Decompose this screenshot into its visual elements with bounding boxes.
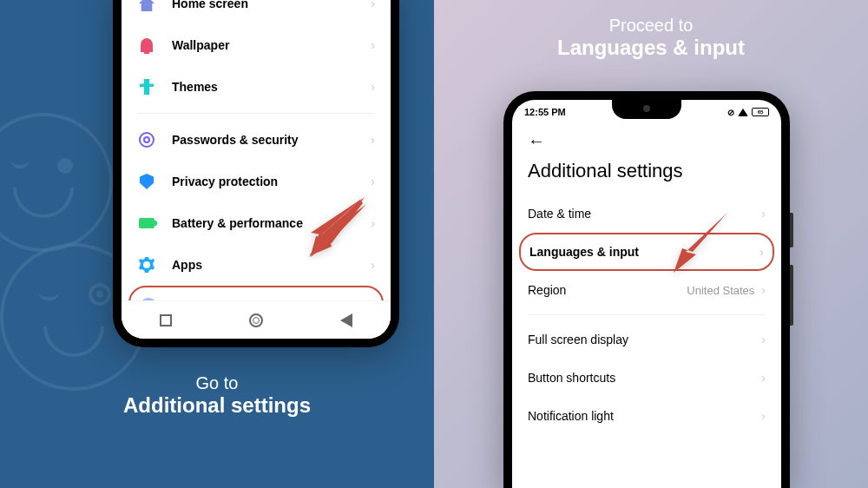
phone-frame-1: Home screen › Wallpaper › Themes › Passw… <box>113 0 399 347</box>
status-icons: ⊘ 65 <box>727 108 769 117</box>
menu-label: Passwords & security <box>172 133 371 147</box>
phone-side-button <box>790 265 793 326</box>
caption-line1: Go to <box>0 373 434 393</box>
nav-back-button[interactable] <box>340 313 352 327</box>
back-row: ← <box>512 124 781 155</box>
chevron-right-icon: › <box>371 0 375 10</box>
annotation-arrow-2 <box>667 208 736 281</box>
security-icon <box>137 130 156 149</box>
caption-line2: Languages & input <box>434 36 868 60</box>
status-time: 12:55 PM <box>524 107 566 117</box>
chevron-right-icon: › <box>760 245 764 259</box>
menu-wallpaper[interactable]: Wallpaper › <box>122 24 391 66</box>
chevron-right-icon: › <box>371 175 375 188</box>
wifi-icon <box>738 109 748 116</box>
menu-label: Full screen display <box>528 333 761 346</box>
caption-line1: Proceed to <box>434 16 868 36</box>
menu-label: Themes <box>172 80 371 94</box>
caption-line2: Additional settings <box>0 393 434 418</box>
chevron-right-icon: › <box>371 38 375 52</box>
menu-label: Region <box>528 283 687 297</box>
menu-home-screen[interactable]: Home screen › <box>122 0 391 24</box>
chevron-right-icon: › <box>761 371 766 385</box>
chevron-right-icon: › <box>761 207 766 221</box>
chevron-right-icon: › <box>761 283 766 297</box>
menu-themes[interactable]: Themes › <box>122 66 391 108</box>
caption-left: Go to Additional settings <box>0 373 434 418</box>
battery-icon <box>137 214 156 233</box>
menu-label: Button shortcuts <box>528 371 761 385</box>
menu-value: United States <box>687 284 754 297</box>
menu-passwords-security[interactable]: Passwords & security › <box>122 119 391 161</box>
page-title: Additional settings <box>512 155 781 195</box>
phone-2-screen: 12:55 PM ⊘ 65 ← Additional settings Date… <box>512 100 781 488</box>
apps-icon <box>137 255 156 274</box>
phone-notch <box>612 100 681 119</box>
divider <box>528 314 766 315</box>
menu-full-screen[interactable]: Full screen display › <box>512 320 781 359</box>
phone-side-button <box>790 213 793 247</box>
caption-right: Proceed to Languages & input <box>434 16 868 60</box>
annotation-arrow-1 <box>304 193 373 266</box>
menu-notification-light[interactable]: Notification light › <box>512 397 781 435</box>
nav-home-button[interactable] <box>249 313 263 327</box>
android-navbar <box>122 300 391 339</box>
nav-recent-button[interactable] <box>160 314 172 326</box>
menu-label: Home screen <box>172 0 371 10</box>
battery-indicator: 65 <box>752 108 769 116</box>
privacy-icon <box>137 172 156 191</box>
chevron-right-icon: › <box>371 80 375 94</box>
menu-label: Privacy protection <box>172 175 371 188</box>
menu-date-time[interactable]: Date & time › <box>512 195 781 233</box>
phone-1-screen: Home screen › Wallpaper › Themes › Passw… <box>122 0 391 339</box>
chevron-right-icon: › <box>761 409 766 423</box>
settings-list-upper: Home screen › Wallpaper › Themes › <box>122 0 391 108</box>
wallpaper-icon <box>137 36 156 55</box>
home-icon <box>137 0 156 13</box>
menu-region[interactable]: Region United States › <box>512 271 781 309</box>
divider <box>137 113 375 114</box>
phone-frame-2: 12:55 PM ⊘ 65 ← Additional settings Date… <box>503 91 790 488</box>
alarm-icon: ⊘ <box>727 108 734 117</box>
menu-button-shortcuts[interactable]: Button shortcuts › <box>512 359 781 397</box>
chevron-right-icon: › <box>371 133 375 147</box>
chevron-right-icon: › <box>761 333 766 346</box>
themes-icon <box>137 77 156 96</box>
smiley-decor-1 <box>0 113 113 252</box>
back-button[interactable]: ← <box>528 131 545 150</box>
menu-label: Notification light <box>528 409 761 423</box>
menu-label: Wallpaper <box>172 38 371 52</box>
